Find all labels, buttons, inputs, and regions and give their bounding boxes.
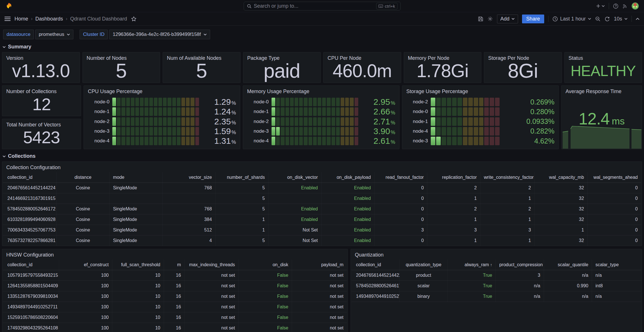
column-header-full-scan-threshold[interactable]: full_scan_threshold bbox=[112, 260, 164, 270]
table-row[interactable]: 6103281899494060928CosineSingleMode3841E… bbox=[3, 214, 641, 225]
dashboard-settings-button[interactable] bbox=[487, 16, 493, 22]
gauge-cell bbox=[158, 98, 162, 106]
gauge-cell bbox=[313, 107, 317, 116]
cell-always-ram: True bbox=[448, 270, 496, 281]
panel-title: Status bbox=[565, 52, 642, 61]
gauge-cell bbox=[121, 137, 125, 145]
breadcrumb: Home › Dashboards › Qdrant Cloud Dashboa… bbox=[15, 16, 136, 22]
column-header-collection-id[interactable]: collection_id bbox=[3, 172, 57, 183]
add-panel-button[interactable]: Add bbox=[497, 15, 518, 23]
column-header-distance[interactable]: distance bbox=[57, 172, 109, 183]
table-row[interactable]: 5784502880052646172scalarTruen/a0.990int… bbox=[351, 281, 641, 291]
table-row[interactable]: 5784502880052646172CosineSingleMode7685E… bbox=[3, 204, 641, 214]
table-row[interactable]: 14934897044910252711binaryTruen/an/an/a bbox=[351, 291, 641, 302]
cell-ef-construct: 100 bbox=[59, 270, 112, 281]
gauge-cell bbox=[484, 117, 489, 126]
section-summary-toggle[interactable]: Summary bbox=[2, 40, 642, 52]
table-row[interactable]: 2046765614452144224CosineSingleMode7685E… bbox=[3, 183, 641, 193]
grafana-logo[interactable] bbox=[5, 2, 13, 10]
gauge-cell bbox=[332, 127, 335, 136]
column-header-collection-id[interactable]: collection_id bbox=[351, 260, 399, 270]
user-avatar[interactable] bbox=[631, 2, 639, 10]
collapse-toolbar-button[interactable] bbox=[636, 18, 639, 20]
table-row[interactable]: 152591057865082206041001016not setFalsen… bbox=[3, 312, 347, 323]
column-header-replication-factor[interactable]: replication_factor bbox=[427, 172, 480, 183]
news-button[interactable] bbox=[622, 3, 628, 9]
gauge-cell bbox=[190, 127, 194, 136]
cell-collection-id: 17493298043295264108 bbox=[3, 323, 59, 332]
column-header-m[interactable]: m bbox=[164, 260, 185, 270]
gauge-cell bbox=[350, 107, 353, 116]
hamburger-icon bbox=[5, 17, 11, 21]
column-header-ef-construct[interactable]: ef_construct bbox=[59, 260, 112, 270]
panel-hnsw-configuration: HNSW Configuration collection_idef_const… bbox=[2, 249, 348, 332]
table-row[interactable]: 7635732782257866281CosineSingleMode45Not… bbox=[3, 235, 641, 246]
column-header-always-ram[interactable]: always_ram ↑ bbox=[448, 260, 496, 270]
table-row[interactable]: 2046765614452144224productTrue3n/an/a bbox=[351, 270, 641, 281]
gauge-cell bbox=[442, 98, 446, 106]
gauge-row-node-1: node-1 2.66% bbox=[245, 107, 395, 116]
table-row[interactable]: 24146692131673019155Enabled011320 bbox=[3, 193, 641, 204]
menu-toggle-button[interactable] bbox=[5, 17, 11, 21]
cluster-id-select[interactable]: 1296366e-396a-4e2c-8f26-b399499f158f bbox=[109, 30, 210, 39]
column-header-mode[interactable]: mode bbox=[109, 172, 162, 183]
breadcrumb-dashboards[interactable]: Dashboards bbox=[35, 16, 63, 22]
column-header-product-compression[interactable]: product_compression bbox=[496, 260, 544, 270]
gauge-cell bbox=[495, 127, 500, 136]
column-header-scalar-type[interactable]: scalar_type bbox=[592, 260, 641, 270]
cell-read-fanout-factor: 0 bbox=[374, 204, 427, 214]
cell-vector-size: 384 bbox=[162, 214, 215, 225]
datasource-select[interactable]: prometheus bbox=[35, 30, 73, 39]
column-header-max-indexing-threads[interactable]: max_indexing_threads bbox=[185, 260, 239, 270]
favorite-star-button[interactable] bbox=[131, 16, 136, 22]
cell-collection-id: 2046765614452144224 bbox=[351, 270, 399, 281]
column-header-quantization-type[interactable]: quantization_type bbox=[399, 260, 448, 270]
table-row[interactable]: 174932980432952641081001016not setFalsen… bbox=[3, 323, 347, 332]
gauge-label: node-3 bbox=[86, 128, 109, 134]
column-header-number-of-shards[interactable]: number_of_shards bbox=[216, 172, 268, 183]
gauge-cell bbox=[336, 127, 340, 136]
gauge-cell bbox=[158, 117, 162, 126]
gauge-cell bbox=[318, 127, 321, 136]
stat-panel-number-of-nodes: Number of Nodes 5 bbox=[82, 52, 160, 83]
cell-on-disk: False bbox=[239, 312, 292, 323]
column-header-vector-size[interactable]: vector_size bbox=[162, 172, 215, 183]
column-header-write-consistency-factor[interactable]: write_consistency_factor bbox=[480, 172, 535, 183]
share-button[interactable]: Share bbox=[522, 15, 544, 23]
table-row[interactable]: 7006343345257067753CosineSingleMode5121N… bbox=[3, 225, 641, 235]
column-header-payload-m[interactable]: payload_m bbox=[292, 260, 347, 270]
column-header-on-disk-payload[interactable]: on_disk_payload bbox=[321, 172, 374, 183]
table-row[interactable]: 133512876790398100341001016not setFalsen… bbox=[3, 291, 347, 302]
cell-scalar-quantile: 0.990 bbox=[544, 281, 592, 291]
cell-read-fanout-factor: 0 bbox=[374, 235, 427, 246]
gauge-cell bbox=[304, 127, 307, 136]
gauge-cell bbox=[112, 137, 116, 145]
gauge-cell bbox=[468, 127, 473, 136]
breadcrumb-home[interactable]: Home bbox=[15, 16, 28, 22]
column-header-on-disk[interactable]: on_disk bbox=[239, 260, 292, 270]
gauge-cell bbox=[172, 107, 176, 116]
column-header-collection-id[interactable]: collection_id bbox=[3, 260, 59, 270]
gauge-value: 1.59% bbox=[202, 126, 236, 136]
time-range-picker[interactable]: Last 1 hour bbox=[552, 16, 591, 22]
column-header-wal-segments-ahead[interactable]: wal_segments_ahead bbox=[587, 172, 641, 183]
gauge-cell bbox=[468, 107, 473, 116]
column-header-on-disk-vector[interactable]: on_disk_vector bbox=[268, 172, 321, 183]
help-button[interactable] bbox=[613, 3, 618, 9]
column-header-scalar-quantile[interactable]: scalar_quantile bbox=[544, 260, 592, 270]
table-row[interactable]: 149348970449102527111001016not setFalsen… bbox=[3, 302, 347, 312]
stat-value: 8Gi bbox=[484, 61, 562, 83]
column-header-read-fanout-factor[interactable]: read_fanout_factor bbox=[374, 172, 427, 183]
save-dashboard-button[interactable] bbox=[478, 16, 483, 22]
add-new-button[interactable] bbox=[596, 4, 605, 8]
search-input[interactable]: Search or jump to... ctrl+k bbox=[244, 2, 401, 11]
column-header-wal-capacity-mb[interactable]: wal_capacity_mb bbox=[535, 172, 587, 183]
section-collections-toggle[interactable]: Collections bbox=[2, 149, 642, 161]
refresh-button[interactable] bbox=[604, 16, 610, 22]
table-row[interactable]: 126413558588015044091001016not setFalsen… bbox=[3, 281, 347, 291]
gauge-cell bbox=[490, 117, 494, 126]
table-row[interactable]: 105791957975584932151001016not setFalsen… bbox=[3, 270, 347, 281]
bar-gauge bbox=[431, 98, 500, 106]
refresh-interval-picker[interactable]: 10s bbox=[614, 16, 628, 22]
zoom-out-button[interactable] bbox=[595, 16, 600, 22]
